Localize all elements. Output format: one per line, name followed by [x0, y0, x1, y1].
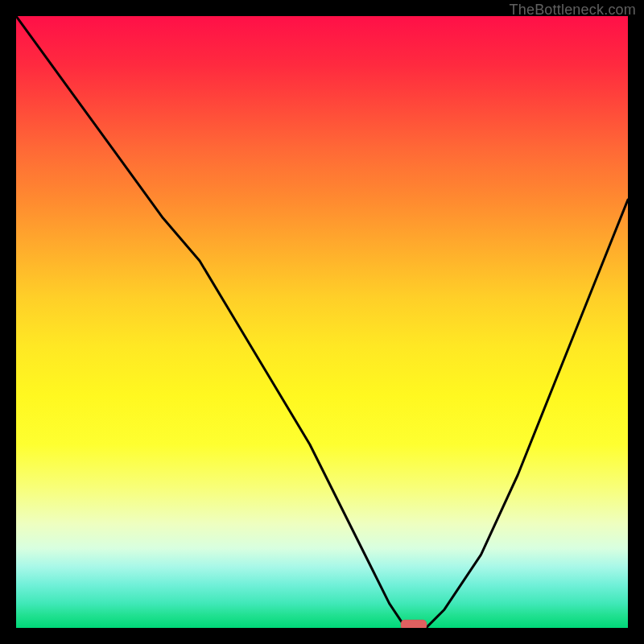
plot-area [16, 16, 628, 628]
chart-container: TheBottleneck.com [0, 0, 644, 644]
optimal-point-marker [401, 620, 427, 628]
chart-svg [16, 16, 628, 628]
bottleneck-curve-line [16, 16, 628, 628]
